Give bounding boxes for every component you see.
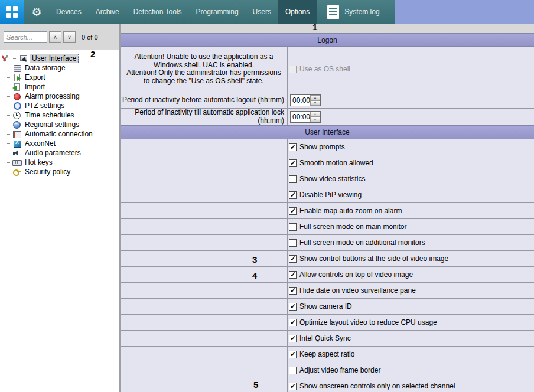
tree-connector — [6, 125, 12, 125]
app-launcher-button[interactable] — [0, 0, 24, 24]
checkbox-enable-map-auto-zoom-on-alarm[interactable] — [289, 207, 297, 215]
option-row-right-cell: Allow controls on top of video image — [288, 267, 534, 282]
option-row-intel-quick-sync: Intel Quick Sync — [121, 331, 534, 347]
tree-item-label: Import — [23, 83, 47, 91]
tree-connector — [12, 58, 19, 59]
tree-item-time-schedules[interactable]: Time schedules — [0, 110, 119, 120]
tree-connector — [6, 96, 12, 97]
search-input[interactable] — [4, 31, 47, 43]
option-row-left-cell — [121, 378, 288, 392]
menu-item-programming[interactable]: Programming — [189, 0, 246, 24]
checkbox-hide-date-on-video-surveillance-pane[interactable] — [289, 287, 297, 295]
tree-item-regional-settings[interactable]: Regional settings — [0, 120, 119, 129]
use-as-os-shell-label: Use as OS shell — [299, 65, 350, 73]
connection-icon — [12, 130, 21, 138]
lock-period-label: Period of inactivity till automatic appl… — [121, 109, 288, 125]
option-row-right-cell: Disable PiP viewing — [288, 187, 534, 202]
menu-item-devices[interactable]: Devices — [49, 0, 89, 24]
checkbox-full-screen-mode-on-additional-monitors[interactable] — [289, 239, 297, 247]
option-row-left-cell — [121, 171, 288, 187]
spinner-up-icon[interactable] — [310, 112, 320, 117]
option-row-left-cell — [121, 155, 288, 171]
ui-options-rows: Show promptsSmooth motion allowedShow vi… — [121, 139, 534, 392]
option-row-right-cell: Full screen mode on main monitor — [288, 219, 534, 234]
checkbox-show-onscreen-controls-only-on-selected-channel[interactable] — [289, 383, 297, 390]
option-label: Show video statistics — [299, 175, 365, 183]
checkbox-keep-aspect-ratio[interactable] — [289, 351, 297, 358]
attention-text: Attention! Unable to use the application… — [121, 47, 288, 92]
tree-item-ptz-settings[interactable]: PTZ settings — [0, 101, 119, 110]
lock-period-spinner[interactable]: 00:00 — [290, 111, 321, 123]
app-grid-icon — [6, 6, 18, 18]
option-row-left-cell — [121, 362, 288, 378]
option-row-full-screen-mode-on-main-monitor: Full screen mode on main monitor — [121, 219, 534, 235]
logout-period-label: Period of inactivity before automatic lo… — [121, 92, 288, 108]
tree-item-automatic-connection[interactable]: Automatic connection — [0, 129, 119, 139]
checkbox-intel-quick-sync[interactable] — [289, 335, 297, 342]
system-log-button[interactable]: System log — [317, 0, 395, 24]
tree-item-security-policy[interactable]: Security policy — [0, 167, 119, 177]
checkbox-adjust-video-frame-border[interactable] — [289, 367, 297, 374]
menu-item-options[interactable]: Options — [278, 0, 317, 24]
import-icon — [12, 83, 21, 91]
spinner-down-icon[interactable] — [310, 117, 320, 122]
checkbox-show-prompts[interactable] — [289, 143, 297, 151]
option-label: Optimize layout video to reduce CPU usag… — [299, 318, 437, 326]
gear-icon[interactable] — [27, 0, 47, 24]
data-storage-icon — [12, 64, 21, 72]
option-row-left-cell — [121, 315, 288, 330]
checkbox-show-video-statistics[interactable] — [289, 175, 297, 183]
option-row-left-cell — [121, 187, 288, 202]
search-prev-button[interactable] — [49, 31, 61, 43]
tree-item-user-interface[interactable]: User Interface — [0, 54, 119, 63]
option-row-left-cell — [121, 251, 288, 266]
option-row-hide-date-on-video-surveillance-pane: Hide date on video surveillance pane — [121, 283, 534, 299]
hotkeys-icon — [12, 158, 21, 166]
spinner-down-icon[interactable] — [310, 100, 320, 106]
option-row-left-cell — [121, 331, 288, 346]
tree-item-audio-parameters[interactable]: Audio parameters — [0, 148, 119, 158]
tree-item-alarm-processing[interactable]: Alarm processing — [0, 92, 119, 101]
tree-item-export[interactable]: Export — [0, 73, 119, 82]
globe-icon — [12, 120, 21, 129]
search-next-button[interactable] — [63, 31, 76, 43]
tree-item-axxonnet[interactable]: AxxonNet — [0, 139, 119, 148]
tree-connector — [6, 134, 12, 135]
audio-icon — [12, 149, 21, 157]
checkbox-optimize-layout-video-to-reduce-cpu-usage[interactable] — [289, 319, 297, 326]
option-row-disable-pip-viewing: Disable PiP viewing — [121, 187, 534, 203]
option-row-right-cell: Show control buttons at the side of vide… — [288, 251, 534, 266]
ui-section-header: User Interface — [121, 125, 534, 139]
tree-item-import[interactable]: Import — [0, 82, 119, 92]
alarm-icon — [12, 92, 21, 100]
menu-item-detection-tools[interactable]: Detection Tools — [126, 0, 189, 24]
option-label: Full screen mode on main monitor — [299, 223, 406, 231]
ptz-icon — [12, 102, 21, 110]
checkbox-show-camera-id[interactable] — [289, 303, 297, 311]
menu-item-users[interactable]: Users — [246, 0, 278, 24]
checkbox-smooth-motion-allowed[interactable] — [289, 159, 297, 167]
spinner-up-icon[interactable] — [310, 95, 320, 100]
lock-period-value[interactable]: 00:00 — [291, 112, 310, 122]
option-label: Enable map auto zoom on alarm — [299, 207, 402, 215]
tree-item-data-storage[interactable]: Data storage — [0, 63, 119, 73]
option-row-show-prompts: Show prompts — [121, 139, 534, 155]
checkbox-allow-controls-on-top-of-video-image[interactable] — [289, 271, 297, 279]
logon-section-header: Logon — [121, 33, 534, 47]
logout-period-value[interactable]: 00:00 — [291, 95, 310, 106]
option-label: Intel Quick Sync — [299, 334, 351, 342]
axxonnet-icon — [12, 139, 21, 148]
options-sidebar: 0 of 0 User InterfaceData storageExportI… — [0, 24, 121, 392]
checkbox-disable-pip-viewing[interactable] — [289, 191, 297, 199]
option-row-right-cell: Show onscreen controls only on selected … — [288, 378, 534, 392]
logout-period-spinner[interactable]: 00:00 — [290, 94, 321, 106]
option-label: Show control buttons at the side of vide… — [299, 254, 448, 263]
option-row-show-camera-id: Show camera ID — [121, 299, 534, 315]
option-row-left-cell — [121, 267, 288, 282]
checkbox-full-screen-mode-on-main-monitor[interactable] — [289, 223, 297, 231]
checkbox-show-control-buttons-at-the-side-of-video-image[interactable] — [289, 255, 297, 263]
main-menu: DevicesArchiveDetection ToolsProgramming… — [24, 0, 395, 24]
tree-item-hot-keys[interactable]: Hot keys — [0, 158, 119, 167]
top-toolbar: DevicesArchiveDetection ToolsProgramming… — [0, 0, 534, 24]
menu-item-archive[interactable]: Archive — [89, 0, 126, 24]
